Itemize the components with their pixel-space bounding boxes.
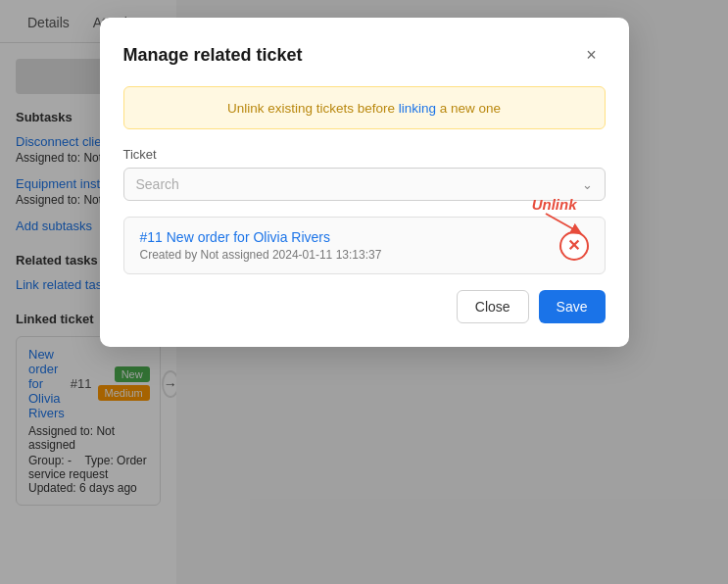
chevron-down-icon: ⌄: [582, 177, 593, 192]
modal-dialog: Manage related ticket × Unlink existing …: [100, 18, 629, 347]
warning-text: Unlink existing tickets before linking a…: [227, 101, 501, 116]
close-button[interactable]: Close: [457, 290, 529, 323]
ticket-info: #11 New order for Olivia Rivers Created …: [140, 229, 550, 262]
modal-footer: Close Save: [123, 290, 606, 323]
modal-title: Manage related ticket: [123, 45, 303, 66]
search-placeholder-text: Search: [136, 176, 582, 192]
modal-header: Manage related ticket ×: [123, 41, 606, 69]
ticket-card-meta: Created by Not assigned 2024-01-11 13:13…: [140, 248, 550, 262]
ticket-card: #11 New order for Olivia Rivers Created …: [123, 217, 606, 274]
ticket-field-label: Ticket: [123, 147, 606, 162]
modal-overlay: Manage related ticket × Unlink existing …: [0, 0, 728, 584]
warning-highlight: linking: [399, 101, 436, 116]
modal-close-button[interactable]: ×: [578, 41, 606, 69]
svg-line-0: [546, 214, 577, 231]
warning-banner: Unlink existing tickets before linking a…: [123, 86, 606, 129]
unlink-arrow: [546, 204, 595, 243]
save-button[interactable]: Save: [539, 290, 606, 323]
ticket-card-title[interactable]: #11 New order for Olivia Rivers: [140, 229, 550, 245]
